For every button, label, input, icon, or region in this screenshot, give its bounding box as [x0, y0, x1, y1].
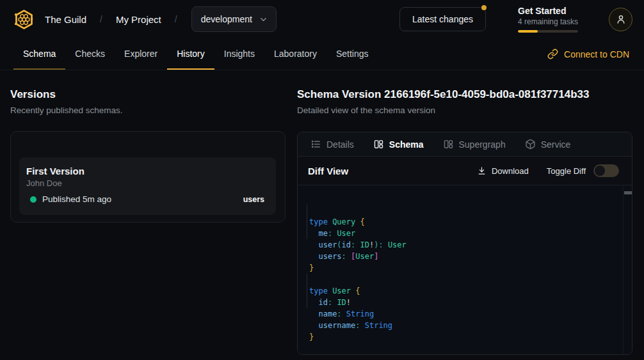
nav-tab-laboratory[interactable]: Laboratory [264, 38, 326, 70]
indent-guide [307, 274, 307, 308]
download-button[interactable]: Download [477, 166, 529, 176]
versions-list: First Version John Doe Published 5m ago … [10, 131, 286, 223]
detail-tabbar: Details Schema Sup [298, 132, 632, 157]
tab-service[interactable]: Service [525, 139, 571, 150]
version-status-row: Published 5m ago users [26, 194, 267, 204]
nav-spacer [378, 38, 547, 70]
download-label: Download [492, 166, 529, 176]
get-started-widget[interactable]: Get Started 4 remaining tasks [518, 6, 578, 33]
user-menu-button[interactable] [609, 8, 632, 31]
versions-title: Versions [10, 88, 286, 101]
main-content: Versions Recently published schemas. Fir… [0, 70, 644, 355]
schema-code-editor[interactable]: type Query { me: User user(id: ID!): Use… [298, 185, 632, 354]
diff-actions: Download Toggle Diff [477, 164, 619, 177]
service-name-badge: users [243, 195, 267, 204]
version-detail-title: Schema Version 2166196f-5e10-4059-bd0a-0… [297, 88, 632, 101]
nav-tab-settings[interactable]: Settings [326, 38, 378, 70]
versions-column: Versions Recently published schemas. Fir… [10, 88, 286, 355]
nav-tab-insights[interactable]: Insights [214, 38, 264, 70]
connect-to-cdn-link[interactable]: Connect to CDN [546, 38, 631, 70]
version-author: John Doe [26, 178, 267, 188]
editor-scrollbar[interactable] [623, 185, 632, 354]
indent-guide [307, 205, 307, 239]
diff-view-title: Diff View [308, 166, 348, 176]
breadcrumb-separator: / [175, 14, 177, 24]
version-detail-panel: Details Schema Sup [297, 132, 632, 355]
project-nav: Schema Checks Explorer History Insights … [0, 38, 644, 70]
cube-icon [525, 139, 536, 150]
breadcrumb-org[interactable]: The Guild [45, 14, 86, 25]
breadcrumb-project[interactable]: My Project [116, 14, 161, 25]
code-editor-content: type Query { me: User user(id: ID!): Use… [309, 216, 619, 343]
tab-service-label: Service [541, 139, 571, 150]
toggle-diff-group: Toggle Diff [547, 164, 619, 177]
versions-subtitle: Recently published schemas. [10, 106, 286, 115]
connect-to-cdn-label: Connect to CDN [564, 49, 629, 59]
nav-tab-schema[interactable]: Schema [13, 38, 65, 70]
target-select-value: development [201, 14, 252, 24]
editor-scrollbar-thumb[interactable] [624, 191, 632, 194]
columns-icon [373, 139, 384, 150]
version-status-text: Published 5m ago [42, 194, 111, 204]
get-started-subtitle: 4 remaining tasks [518, 17, 578, 26]
toggle-diff-switch[interactable] [593, 164, 619, 177]
tab-schema-label: Schema [389, 139, 424, 150]
person-icon [615, 13, 627, 25]
nav-tab-history[interactable]: History [167, 38, 214, 70]
tab-details[interactable]: Details [310, 139, 354, 150]
nav-tab-explorer[interactable]: Explorer [115, 38, 167, 70]
download-icon [477, 166, 487, 176]
version-list-item[interactable]: First Version John Doe Published 5m ago … [19, 157, 276, 215]
get-started-title: Get Started [518, 6, 578, 16]
latest-changes-button[interactable]: Latest changes [399, 7, 486, 31]
notification-dot [481, 5, 487, 10]
version-name: First Version [26, 166, 267, 176]
tab-supergraph-label: Supergraph [459, 139, 506, 150]
chevron-down-icon [259, 15, 268, 24]
nav-tab-checks[interactable]: Checks [65, 38, 115, 70]
latest-changes-label: Latest changes [412, 14, 473, 24]
target-select[interactable]: development [191, 6, 277, 32]
columns-icon [443, 139, 454, 150]
list-icon [310, 139, 321, 150]
breadcrumb-separator: / [100, 14, 102, 24]
toggle-knob [595, 166, 605, 176]
version-detail-column: Schema Version 2166196f-5e10-4059-bd0a-0… [297, 88, 632, 355]
diff-view-header: Diff View Download Toggle Diff [298, 157, 632, 185]
link-icon [547, 49, 558, 59]
tab-supergraph[interactable]: Supergraph [443, 139, 506, 150]
version-detail-subtitle: Detailed view of the schema version [297, 106, 632, 115]
hive-logo-icon[interactable] [12, 7, 36, 31]
get-started-progress-fill [518, 30, 538, 33]
tab-schema[interactable]: Schema [373, 139, 424, 150]
get-started-progress-bar [518, 30, 578, 33]
toggle-diff-label: Toggle Diff [547, 166, 586, 176]
top-header: The Guild / My Project / development Lat… [0, 0, 644, 38]
tab-details-label: Details [326, 139, 354, 150]
published-status-dot [30, 196, 36, 203]
